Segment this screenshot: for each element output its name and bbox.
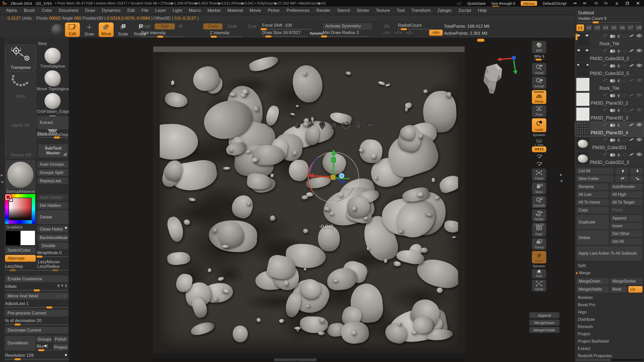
draw-mode-button[interactable]: Draw	[82, 22, 97, 37]
canvas-h-scrollbar[interactable]: ▲▲	[153, 358, 465, 361]
zoom3d-button[interactable]: Zoom3D	[532, 196, 546, 208]
panel-collapse-icon[interactable]: ◀	[560, 179, 562, 183]
all-low-button[interactable]: All Low	[577, 191, 609, 198]
rotate-z-button[interactable]: Z	[535, 161, 543, 167]
menu-item-marker[interactable]: Marker	[208, 8, 221, 13]
minimize-icon[interactable]	[614, 1, 619, 5]
menu-item-color[interactable]: Color	[42, 8, 52, 13]
dynamesh-button[interactable]: DynaMesh	[5, 336, 36, 350]
mrgb-button[interactable]: Mrgb	[141, 24, 151, 29]
replaylast-button[interactable]: ReplayLast	[37, 177, 68, 184]
eye-icon[interactable]	[636, 49, 642, 54]
extract-section-header[interactable]: Extract	[575, 345, 644, 352]
m-button[interactable]: M	[179, 24, 182, 29]
restore-icon[interactable]	[625, 1, 630, 5]
backface-mask-button[interactable]: BackfaceMask	[37, 234, 68, 241]
menu-item-zscript[interactable]: Zscript	[458, 8, 471, 13]
default-zscript-button[interactable]: DefaultZScript	[543, 1, 567, 6]
subtool-master-button[interactable]: SubTool Master ◢	[38, 144, 68, 157]
brush-item-orbflatten-edge[interactable]: OrbFlatten_Edge	[37, 93, 68, 114]
zsub-button[interactable]: Zsub	[227, 24, 237, 29]
eye-icon[interactable]	[636, 138, 642, 143]
prev-doc-icon[interactable]	[572, 1, 577, 5]
polypaint-icon[interactable]	[610, 153, 615, 157]
tray-grip[interactable]	[1, 138, 3, 166]
xyz-button[interactable]: ⟳XYZ	[532, 146, 546, 152]
distribute-section-header[interactable]: Distribute	[575, 316, 644, 323]
subtool-scroll-indicator[interactable]	[576, 34, 578, 40]
subtool-item-pm3d-cube3d1-7[interactable]: PM3D_Cube3D1	[575, 137, 644, 151]
current-alpha-off[interactable]: Alpha Off	[5, 101, 36, 129]
l-sym-button[interactable]: L.Sym	[535, 138, 543, 145]
viewport-canvas[interactable]: -0.046 Append MergeDown MergeVisible ▲▲ …	[69, 38, 575, 362]
uv-map-icon[interactable]	[618, 94, 621, 97]
ghost-button[interactable]: Ghost	[532, 251, 546, 263]
radial-count-slider[interactable]: RadialCount	[398, 23, 430, 30]
current-material-icon[interactable]	[51, 24, 63, 36]
autoreorder-button[interactable]: AutoReorder	[610, 184, 642, 190]
lazy-step-slider[interactable]: LazyStep	[5, 264, 36, 271]
subtool-tab-v8[interactable]: V8	[635, 24, 642, 31]
dynamesh-project-button[interactable]: Project	[53, 344, 68, 351]
move-to-folder-icon[interactable]	[615, 175, 628, 182]
extract-button[interactable]: Extract	[37, 116, 68, 129]
menu-item-brush[interactable]: Brush	[24, 8, 35, 13]
polypaint-icon[interactable]	[610, 94, 615, 97]
uv-map-icon[interactable]	[618, 153, 621, 157]
subtool-item-rock-tile-3[interactable]: Rock_Tile	[575, 77, 644, 92]
all-to-target-button[interactable]: All To Target	[610, 199, 642, 206]
dynamic-draw-size-toggle[interactable]: Dynamic	[310, 31, 324, 35]
menus-toggle[interactable]: Menus	[521, 1, 537, 6]
brush-thumbnail[interactable]	[45, 93, 61, 109]
move-down-button[interactable]	[630, 168, 643, 174]
uv-map-icon[interactable]	[618, 139, 621, 142]
brush-item-trimadaptive[interactable]: TrimAdaptive	[37, 48, 68, 69]
all-to-home-button[interactable]: All To Home	[577, 199, 609, 206]
eye-icon[interactable]	[636, 93, 642, 98]
min-draw-radius-slider[interactable]: Min Draw Radius 2	[323, 30, 367, 37]
delete-button[interactable]: Delete	[37, 210, 68, 224]
folder-arrow-icon[interactable]	[602, 93, 608, 98]
menu-item-edit[interactable]: Edit	[127, 8, 135, 13]
menu-item-macro[interactable]: Macro	[189, 8, 200, 13]
frame-button[interactable]: Frame	[532, 168, 546, 181]
menu-item-file[interactable]: File	[142, 8, 148, 13]
folder-arrow-icon[interactable]	[602, 49, 608, 54]
auto-groups-button[interactable]: Auto Groups	[37, 161, 68, 168]
next-doc-icon[interactable]	[583, 1, 588, 5]
zadd-button[interactable]: Zadd	[203, 23, 222, 29]
folder-arrow-icon[interactable]	[602, 78, 608, 83]
move-out-folder-icon[interactable]	[630, 175, 643, 182]
list-all-button[interactable]: List All	[577, 168, 614, 174]
displacement-icon[interactable]	[623, 35, 626, 38]
tray-expand-icon[interactable]: ▶	[1, 173, 3, 177]
split-section-header[interactable]: Split	[575, 262, 644, 269]
z-axis-button[interactable]: >Z<	[406, 30, 413, 35]
folder-arrow-icon[interactable]	[602, 63, 608, 68]
subtool-item-pm3d-plane3d-3-5[interactable]: PM3D_Plane3D_3	[575, 107, 644, 122]
uv-toggle[interactable]: Uv	[628, 286, 642, 293]
subtool-h-scroll-handle[interactable]	[576, 359, 611, 361]
inflate-xyz[interactable]: X Y Z	[57, 284, 67, 288]
subtool-tab-v1[interactable]: V1	[576, 24, 584, 31]
displacement-icon[interactable]	[623, 109, 626, 112]
rotate-button[interactable]: Rotate	[532, 209, 546, 222]
del-hidden-button[interactable]: Del Hidden	[37, 202, 68, 209]
current-tool-transpose[interactable]: Transpose	[5, 45, 36, 71]
uv-map-icon[interactable]	[618, 79, 621, 82]
bevel-pro-section-header[interactable]: Bevel Pro	[575, 301, 644, 308]
project-section-header[interactable]: Project	[575, 330, 644, 338]
move-mode-button[interactable]: MMove	[99, 22, 114, 37]
uv-map-icon[interactable]	[618, 124, 621, 127]
merge-section-header[interactable]: Merge	[575, 269, 644, 277]
redshift-properties-section-header[interactable]: Redshift Properties	[575, 352, 644, 359]
brush-edit-icon[interactable]	[629, 34, 634, 39]
align-section-header[interactable]: Align	[575, 308, 644, 316]
append-subtool-button[interactable]: Append	[610, 215, 642, 221]
menu-item-document[interactable]: Document	[59, 8, 78, 13]
brush-thumbnail[interactable]	[45, 70, 61, 86]
merge-down-subtool-button[interactable]: MergeDown	[577, 278, 609, 285]
solo-button[interactable]: Solo	[532, 269, 546, 279]
subtool-tab-v5[interactable]: V5	[610, 24, 618, 31]
persp-button[interactable]: DynamicPersp	[532, 90, 546, 104]
